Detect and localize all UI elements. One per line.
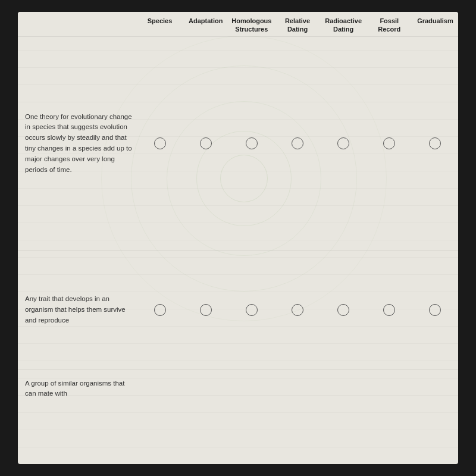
table-row: Any trait that develops in an organism t… [18, 250, 458, 369]
row2-radio-radioactive[interactable] [321, 304, 367, 316]
header-homologous: Homologous Structures [228, 17, 274, 34]
radio-circle[interactable] [383, 137, 395, 149]
radio-circle[interactable] [383, 304, 395, 316]
row2-radio-gradualism[interactable] [412, 304, 458, 316]
screenshot-container: Species Adaptation Homologous Structures… [0, 0, 476, 476]
radio-circle[interactable] [292, 304, 303, 316]
header-homologous-line1: Homologous [231, 17, 271, 24]
row2-radio-relative[interactable] [274, 304, 320, 316]
row1-radio-fossil[interactable] [367, 137, 412, 149]
header-species: Species [137, 17, 183, 34]
header-fossil-line2: Record [378, 26, 400, 33]
radio-circle[interactable] [246, 304, 258, 316]
row3-definition: A group of similar organisms that can ma… [18, 378, 137, 400]
header-blank [18, 17, 137, 34]
header-relative-dating: Relative Dating [274, 17, 320, 34]
header-relative-line2: Dating [287, 26, 308, 33]
row1-radio-adaptation[interactable] [183, 137, 228, 149]
header-fossil-line1: Fossil [380, 17, 399, 24]
radio-circle[interactable] [429, 304, 441, 316]
radio-circle[interactable] [429, 137, 441, 149]
table-row: A group of similar organisms that can ma… [18, 369, 458, 453]
radio-circle[interactable] [292, 137, 303, 149]
radio-circle[interactable] [200, 304, 212, 316]
header-row: Species Adaptation Homologous Structures… [18, 12, 458, 36]
radio-circle[interactable] [337, 137, 349, 149]
header-radioactive-dating: Radioactive Dating [321, 17, 367, 34]
row1-radio-gradualism[interactable] [412, 137, 458, 149]
row1-radio-species[interactable] [137, 137, 183, 149]
worksheet-content: Species Adaptation Homologous Structures… [18, 12, 458, 464]
header-radioactive-line2: Dating [333, 26, 353, 33]
row2-radio-species[interactable] [137, 304, 183, 316]
row2-definition: Any trait that develops in an organism t… [18, 294, 137, 325]
header-fossil-record: Fossil Record [367, 17, 412, 34]
radio-circle[interactable] [154, 137, 166, 149]
radio-circle[interactable] [246, 137, 258, 149]
header-homologous-line2: Structures [235, 26, 268, 33]
header-adaptation: Adaptation [183, 17, 228, 34]
radio-circle[interactable] [337, 304, 349, 316]
row1-radio-homologous[interactable] [228, 137, 274, 149]
row1-radio-radioactive[interactable] [321, 137, 367, 149]
worksheet: Species Adaptation Homologous Structures… [18, 12, 458, 464]
radio-circle[interactable] [200, 137, 212, 149]
row2-radio-fossil[interactable] [367, 304, 412, 316]
header-relative-line1: Relative [285, 17, 310, 24]
row1-definition: One theory for evolutionary change in sp… [18, 112, 137, 176]
radio-circle[interactable] [154, 304, 166, 316]
row2-radio-adaptation[interactable] [183, 304, 228, 316]
table-row: One theory for evolutionary change in sp… [18, 36, 458, 250]
header-gradualism: Gradualism [412, 17, 458, 34]
row1-radio-relative[interactable] [274, 137, 320, 149]
header-radioactive-line1: Radioactive [325, 17, 362, 24]
row2-radio-homologous[interactable] [228, 304, 274, 316]
